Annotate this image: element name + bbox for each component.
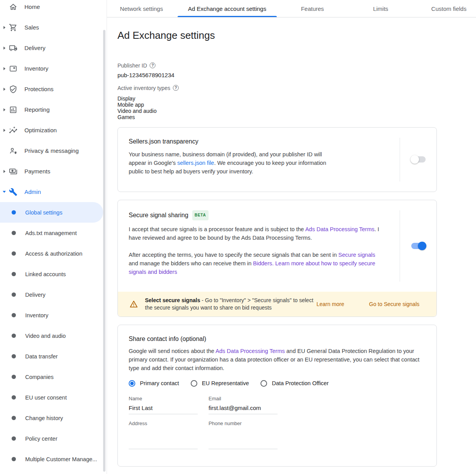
chevron-right-icon[interactable]: [3, 47, 5, 50]
chevron-right-icon[interactable]: [3, 88, 5, 91]
sidebar-item-label: Multiple Customer Manage...: [25, 456, 97, 462]
sidebar-item-multiple-customer-management[interactable]: Multiple Customer Manage...: [0, 449, 103, 469]
tab-network-settings[interactable]: Network settings: [110, 0, 174, 17]
sidebar-item-delivery-sub[interactable]: Delivery: [0, 284, 103, 305]
bullet-icon: [12, 210, 16, 215]
sidebar-item-label: EU user consent: [25, 394, 67, 401]
inventory-type: Games: [117, 114, 476, 120]
chevron-right-icon[interactable]: [3, 108, 5, 111]
radio-button-icon[interactable]: [260, 380, 267, 387]
text-segment: After accepting the terms, you have to s…: [129, 252, 338, 258]
sidebar-scrollbar[interactable]: [103, 30, 105, 472]
inventory-type: Video and audio: [117, 108, 476, 114]
card-body: I accept that secure signals is a proces…: [129, 225, 380, 242]
bullet-icon: [12, 272, 16, 276]
inline-link[interactable]: Ads Data Processing Terms: [216, 348, 285, 354]
sidebar-item-label: Ads.txt management: [25, 230, 77, 236]
help-icon[interactable]: ?: [173, 85, 179, 91]
address-input[interactable]: [129, 439, 198, 449]
sidebar-item-policy-center[interactable]: Policy center: [0, 428, 103, 449]
sidebar-item-label: Protections: [24, 86, 53, 92]
chevron-right-icon[interactable]: [3, 26, 5, 29]
card-body: After accepting the terms, you have to s…: [129, 251, 380, 276]
sidebar-item-optimization[interactable]: Optimization: [0, 120, 107, 140]
sidebar-item-eu-user-consent[interactable]: EU user consent: [0, 387, 103, 408]
inline-link[interactable]: Bidders.: [253, 260, 274, 266]
sidebar-item-ads-txt-management[interactable]: Ads.txt management: [0, 223, 103, 243]
sidebar-item-admin[interactable]: Admin: [0, 182, 107, 202]
tab-features[interactable]: Features: [290, 0, 334, 17]
tab-custom-fields[interactable]: Custom fields: [421, 0, 476, 17]
sidebar-item-change-history[interactable]: Change history: [0, 408, 103, 428]
sidebar-item-linked-accounts[interactable]: Linked accounts: [0, 264, 103, 284]
sidebar-item-access-authorization[interactable]: Access & authorization: [0, 243, 103, 264]
secure-signal-toggle[interactable]: [411, 243, 426, 249]
field-label: Address: [129, 420, 198, 427]
publisher-id-value: pub-12345678901234: [117, 72, 476, 79]
sidebar-item-label: Reporting: [24, 106, 50, 113]
learn-more-link[interactable]: Learn more: [316, 301, 344, 307]
warning-links: Learn moreGo to Secure signals: [316, 301, 419, 307]
sidebar-item-label: Privacy & messaging: [24, 147, 79, 154]
go-to-secure-signals-link[interactable]: Go to Secure signals: [369, 301, 419, 307]
sidebar: HomeSalesDeliveryInventoryProtectionsRep…: [0, 0, 107, 474]
sidebar-item-home[interactable]: Home: [0, 0, 107, 17]
sidebar-item-label: Admin: [24, 189, 41, 195]
sidebar-item-label: Inventory: [24, 65, 48, 72]
chevron-right-icon[interactable]: [3, 129, 5, 132]
radio-button-icon[interactable]: [129, 380, 135, 387]
sidebar-item-global-settings[interactable]: Global settings: [0, 202, 103, 223]
bullet-icon: [12, 395, 16, 400]
contact-form: NameEmailAddressPhone number: [129, 396, 421, 449]
bullet-icon: [12, 334, 16, 338]
publisher-info-section: Publisher ID ? pub-12345678901234 Active…: [117, 62, 476, 120]
bullet-icon: [12, 251, 16, 256]
sidebar-item-data-transfer[interactable]: Data transfer: [0, 346, 103, 367]
radio-label: Primary contact: [140, 380, 179, 386]
bullet-icon: [12, 416, 16, 420]
insights-icon: [9, 126, 18, 135]
share-contact-card: Share contact info (optional) Google wil…: [117, 325, 437, 467]
email-input[interactable]: [209, 404, 278, 414]
inline-link[interactable]: Ads Data Processing Terms: [305, 226, 374, 232]
sidebar-item-companies[interactable]: Companies: [0, 367, 103, 387]
sidebar-item-sales[interactable]: Sales: [0, 17, 107, 38]
secure-signal-card: Secure signal sharingBETA I accept that …: [117, 200, 437, 317]
sidebar-item-inventory[interactable]: Inventory: [0, 58, 107, 79]
main-content: Network settingsAd Exchange account sett…: [107, 0, 476, 474]
card-title: Share contact info (optional): [129, 335, 421, 343]
page-title: Ad Exchange settings: [117, 29, 476, 41]
radio-primary-contact[interactable]: Primary contact: [129, 380, 179, 387]
tab-limits[interactable]: Limits: [362, 0, 398, 17]
sidebar-item-payments[interactable]: Payments: [0, 161, 107, 182]
phone-number-input[interactable]: [209, 439, 278, 449]
person-shield-icon: [9, 146, 18, 156]
tab-ad-exchange-account-settings[interactable]: Ad Exchange account settings: [178, 0, 277, 17]
chevron-down-icon[interactable]: [3, 191, 6, 193]
radio-button-icon[interactable]: [191, 380, 197, 387]
name-input[interactable]: [129, 404, 198, 414]
sidebar-item-inventory-sub[interactable]: Inventory: [0, 305, 103, 325]
sidebar-item-reporting[interactable]: Reporting: [0, 99, 107, 120]
sidebar-item-label: Policy center: [25, 436, 57, 442]
help-icon[interactable]: ?: [150, 62, 155, 68]
sellers-json-toggle[interactable]: [411, 156, 426, 163]
sidebar-item-privacy-messaging[interactable]: Privacy & messaging: [0, 140, 107, 161]
wrench-icon: [9, 187, 18, 197]
bullet-icon: [12, 292, 16, 297]
sidebar-item-delivery[interactable]: Delivery: [0, 38, 107, 58]
chevron-right-icon[interactable]: [3, 170, 5, 173]
inline-link[interactable]: Secure signals: [338, 252, 375, 258]
radio-data-protection-officer[interactable]: Data Protection Officer: [260, 380, 328, 387]
card-body: Your business name, business domain (if …: [129, 150, 332, 176]
card-title: Secure signal sharingBETA: [129, 210, 384, 220]
chevron-right-icon[interactable]: [3, 67, 5, 70]
sidebar-item-protections[interactable]: Protections: [0, 79, 107, 99]
truck-icon: [9, 43, 18, 53]
sidebar-item-video-and-audio[interactable]: Video and audio: [0, 325, 103, 346]
inline-link[interactable]: sellers.json file: [177, 160, 214, 166]
bullet-icon: [12, 354, 16, 358]
radio-eu-representative[interactable]: EU Representative: [191, 380, 249, 387]
card-body: Google will send notices about the Ads D…: [129, 347, 421, 372]
settings-tab-bar: Network settingsAd Exchange account sett…: [107, 0, 476, 17]
